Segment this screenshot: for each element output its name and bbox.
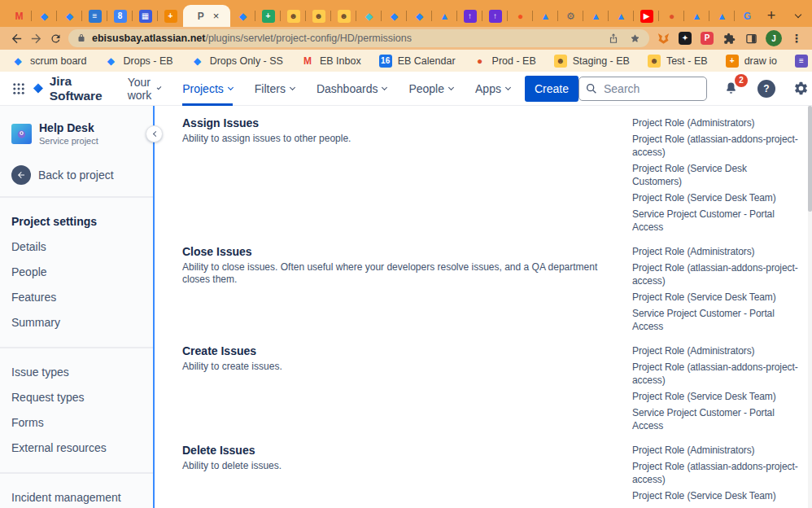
tab-jira-permissions[interactable]: P× [183,5,230,27]
tab-rocket[interactable]: ↑ [482,5,508,27]
tab-gmail[interactable]: M [7,5,32,27]
ebisu-mask-favicon: ☻ [312,10,325,23]
bookmark-eb-inbox[interactable]: MEB Inbox [301,55,361,68]
dark-extension-icon[interactable]: ✦ [678,31,692,46]
extensions-puzzle-icon[interactable] [722,31,736,46]
chevron-down-icon [157,85,162,90]
tab-calendar[interactable]: 8 [107,5,133,27]
sidebar-item-details[interactable]: Details [0,234,153,260]
sidebar-item-project-settings[interactable]: Project settings [0,209,153,234]
back-to-project[interactable]: Back to project [0,165,153,185]
scrollbar-thumb[interactable] [808,106,812,212]
tab-ebisu-mask[interactable]: ☻ [281,5,306,27]
sidebar-item-summary[interactable]: Summary [0,310,153,335]
atlassian-favicon: ▲ [439,10,452,23]
sidebar-item-incident-management[interactable]: Incident management [0,485,153,508]
tab-jira-board[interactable]: ◆ [382,5,407,27]
tab-jira-board[interactable]: ◆ [407,5,432,27]
tab-atlassian[interactable]: ▲ [709,5,735,27]
sidebar-item-issue-types[interactable]: Issue types [0,360,153,385]
tab-mascot[interactable]: ● [508,5,533,27]
metamask-extension-icon[interactable] [656,31,670,46]
sidebar-item-external-resources[interactable]: External resources [0,436,153,461]
calendar-favicon: 8 [114,10,127,23]
tab-jira-board[interactable]: ◆ [32,5,57,27]
jira-search [578,77,707,101]
youtube-favicon: ▶ [640,10,653,23]
new-tab-button[interactable]: + [760,5,783,27]
tab-notebook[interactable]: ≡ [82,5,107,27]
create-button[interactable]: Create [525,76,578,102]
tab-jira-board[interactable]: ◆ [57,5,82,27]
sidebar-item-request-types[interactable]: Request types [0,385,153,410]
help-icon[interactable]: ? [756,78,777,99]
nav-dashboards[interactable]: Dashboards [317,72,387,106]
role-item: Project Role (Service Desk Customers) [632,162,799,188]
chrome-menu-icon[interactable]: ⋮ [789,31,804,46]
scrollbar[interactable] [808,106,812,508]
app-switcher-icon[interactable] [11,78,26,99]
bookmark-eb-calendar[interactable]: 16EB Calendar [379,55,456,68]
side-panel-icon[interactable] [744,31,758,46]
bookmark-draw-io[interactable]: +draw io [726,55,777,68]
tab-rocket[interactable]: ↑ [457,5,482,27]
bookmark-star-icon[interactable] [629,33,641,45]
back-button[interactable] [7,28,26,48]
bookmark-drops-only-ss[interactable]: ◆Drops Only - SS [191,55,283,68]
tab-cube[interactable]: ◆ [356,5,382,27]
bookmark-scrum-board[interactable]: ◆scrum board [11,55,86,68]
tab-atlassian[interactable]: ▲ [533,5,558,27]
nav-apps[interactable]: Apps [475,72,510,106]
role-item: Project Role (Administrators) [632,344,799,357]
sidebar-collapse-button[interactable] [146,125,163,142]
bookmark-prod-eb[interactable]: ●Prod - EB [474,55,536,68]
sidebar-item-people[interactable]: People [0,260,153,285]
jira-logo[interactable]: Jira Software [33,74,107,103]
nav-your-work[interactable]: Your work [128,72,161,106]
forward-button[interactable] [26,28,46,48]
red-p-extension-icon[interactable]: P [700,31,714,46]
tab-atlassian[interactable]: ▲ [432,5,457,27]
atlassian-favicon: ▲ [691,10,704,23]
tab-slides[interactable]: ▦ [133,5,158,27]
tab-ebisu-ball[interactable]: ● [659,5,684,27]
tab-jira-board[interactable]: ◆ [230,5,255,27]
sidebar-item-forms[interactable]: Forms [0,410,153,436]
tab-drawio[interactable]: + [158,5,183,27]
back-circle-icon [11,165,31,185]
sidebar-divider [0,347,153,348]
tab-atlassian[interactable]: ▲ [684,5,709,27]
tab-google[interactable]: G [735,5,760,27]
sidebar-item-features[interactable]: Features [0,285,153,310]
tab-close-icon[interactable]: × [213,11,220,22]
settings-gear-icon[interactable] [791,78,812,99]
nav-people[interactable]: People [408,72,453,106]
prod-eb-favicon: ● [474,55,487,68]
tab-atlassian[interactable]: ▲ [583,5,609,27]
bookmark-staging-eb[interactable]: ☻Staging - EB [554,55,630,68]
permission-roles: Project Role (Administrators)Project Rol… [632,245,799,336]
tab-sheets[interactable]: + [255,5,281,27]
helpdesk-creature-icon [15,128,28,140]
jira-board-favicon: ◆ [388,10,401,23]
bookmark-drops-eb[interactable]: ◆Drops - EB [104,55,172,68]
tab-ebisu-mask[interactable]: ☻ [306,5,331,27]
chrome-profile-avatar[interactable]: J [766,30,782,46]
tab-atlassian[interactable]: ▲ [609,5,634,27]
tab-youtube[interactable]: ▶ [634,5,659,27]
address-bar[interactable]: ebisusbay.atlassian.net/plugins/servlet/… [68,29,649,47]
notification-badge: 2 [735,74,748,87]
nav-projects[interactable]: Projects [182,72,233,106]
tab-overview-button[interactable] [796,5,801,27]
tab-ebisu-mask[interactable]: ☻ [331,5,356,27]
bookmark-test-eb[interactable]: ☻Test - EB [648,55,708,68]
jira-header: Jira Software Your workProjectsFiltersDa… [0,72,812,106]
notebook-favicon: ≡ [89,10,102,23]
share-icon[interactable] [608,33,619,44]
nav-filters[interactable]: Filters [255,72,295,106]
bookmark-project-deliverables[interactable]: ≡Project deliverabl... [795,55,812,68]
notifications-bell-icon[interactable]: 2 [721,78,742,99]
reload-button[interactable] [46,28,65,48]
tab-settings[interactable]: ⚙ [558,5,583,27]
rocket-favicon: ↑ [464,10,477,23]
